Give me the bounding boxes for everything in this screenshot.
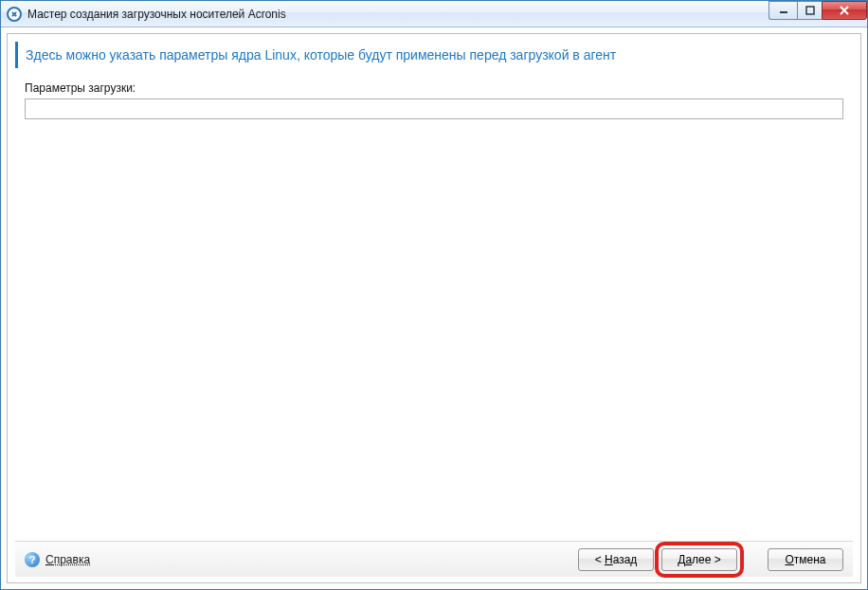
help-link[interactable]: ? Справка: [25, 552, 90, 567]
wizard-window: Мастер создания загрузочных носителей Ac…: [0, 0, 868, 590]
minimize-button[interactable]: [769, 1, 797, 20]
wizard-page: Здесь можно указать параметры ядра Linux…: [7, 33, 861, 583]
help-label: Справка: [45, 553, 90, 566]
maximize-icon: [805, 6, 815, 15]
page-content: Параметры загрузки:: [15, 81, 853, 541]
page-headline: Здесь можно указать параметры ядра Linux…: [15, 42, 853, 68]
svg-rect-0: [780, 11, 787, 13]
boot-params-input[interactable]: [25, 98, 843, 119]
wizard-footer: ? Справка < Назад Далее > Отмена: [15, 541, 853, 577]
next-button-highlight: Далее >: [661, 548, 737, 571]
close-button[interactable]: [822, 1, 867, 20]
maximize-button[interactable]: [797, 1, 822, 20]
client-area: Здесь можно указать параметры ядра Linux…: [1, 27, 867, 589]
cancel-button[interactable]: Отмена: [768, 548, 843, 571]
window-controls: [769, 1, 867, 20]
close-icon: [839, 6, 850, 15]
app-icon: [7, 7, 22, 22]
title-bar[interactable]: Мастер создания загрузочных носителей Ac…: [1, 1, 867, 27]
svg-rect-1: [806, 7, 814, 14]
back-button[interactable]: < Назад: [578, 548, 654, 571]
boot-params-label: Параметры загрузки:: [25, 81, 843, 95]
next-button[interactable]: Далее >: [661, 548, 737, 571]
window-title: Мастер создания загрузочных носителей Ac…: [27, 8, 769, 21]
minimize-icon: [779, 6, 788, 15]
help-icon: ?: [25, 552, 40, 567]
